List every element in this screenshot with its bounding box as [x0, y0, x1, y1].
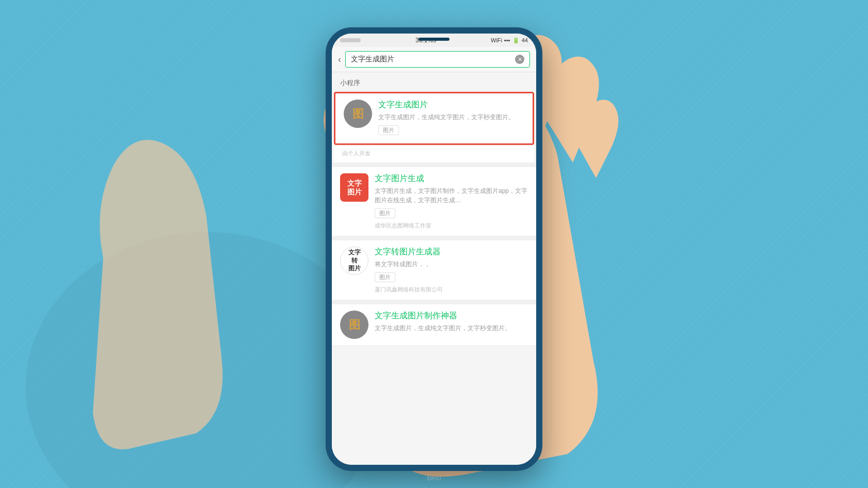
divider-1	[332, 163, 536, 167]
result-item-1[interactable]: 图 文字生成图片 文字生成图片，生成纯文字图片，文字秒变图片。 图片	[335, 93, 533, 143]
result-card-4[interactable]: 图 文字生成图片制作神器 文字生成图片，生成纯文字图片，文字秒变图片。	[332, 304, 536, 346]
item-by-label: 由个人开发	[342, 150, 371, 156]
battery-label: 🔋	[512, 37, 520, 44]
watermark: BRo	[427, 474, 441, 482]
result-card-2[interactable]: 文字 图片 文字图片生成 文字图片生成，文字图片制作，文字生成图片app，文字图…	[332, 167, 536, 236]
search-clear-button[interactable]: ✕	[515, 55, 524, 64]
search-query: 文字生成图片	[351, 55, 394, 64]
result-card-3[interactable]: 文字 转 图片 文字转图片生成器 将文字转成图片，， 图片 厦门讯鑫网络科技有限…	[332, 240, 536, 300]
item-title-1: 文字生成图片	[378, 100, 524, 110]
item-tag-3: 图片	[375, 272, 395, 282]
item-author-3: 厦门讯鑫网络科技有限公司	[375, 286, 528, 294]
item-desc-3: 将文字转成图片，，	[375, 259, 528, 269]
item-author-2: 成华区志图网络工作室	[375, 222, 528, 230]
app-icon-2: 文字 图片	[340, 173, 368, 202]
item-desc-1: 文字生成图片，生成纯文字图片，文字秒变图片。	[378, 112, 524, 122]
phone-speaker	[419, 38, 449, 41]
back-button[interactable]: ‹	[338, 54, 341, 65]
status-right: WiFi ▪▪▪ 🔋 44	[491, 37, 528, 44]
section-header: 小程序	[332, 72, 536, 91]
wifi-icon: WiFi	[491, 37, 502, 43]
result-author-area-1: 由个人开发	[334, 146, 534, 163]
item-content-2: 文字图片生成 文字图片生成，文字图片制作，文字生成图片app，文字图片在线生成，…	[375, 173, 528, 230]
app-icon-3: 文字 转 图片	[340, 247, 368, 275]
divider-2	[332, 236, 536, 240]
app-indicator	[340, 38, 361, 42]
result-item-4[interactable]: 图 文字生成图片制作神器 文字生成图片，生成纯文字图片，文字秒变图片。	[332, 304, 536, 345]
battery-value: 44	[522, 37, 528, 43]
item-tag-1: 图片	[378, 125, 399, 135]
result-card-1[interactable]: 图 文字生成图片 文字生成图片，生成纯文字图片，文字秒变图片。 图片	[334, 92, 534, 145]
app-icon-4: 图	[340, 311, 368, 339]
item-content-1: 文字生成图片 文字生成图片，生成纯文字图片，文字秒变图片。 图片	[378, 100, 524, 137]
divider-3	[332, 300, 536, 304]
item-content-3: 文字转图片生成器 将文字转成图片，， 图片 厦门讯鑫网络科技有限公司	[375, 247, 528, 294]
phone-mockup: 36.1%s WiFi ▪▪▪ 🔋 44 ‹ 文字生成图片 ✕ 小程序	[326, 27, 542, 471]
item-tag-2: 图片	[375, 208, 395, 218]
content-area: 小程序 图 文字生成图片 文字生成图片，生成纯文字图片，文字秒变图片。 图片 由…	[332, 72, 536, 465]
item-content-4: 文字生成图片制作神器 文字生成图片，生成纯文字图片，文字秒变图片。	[375, 311, 528, 336]
result-item-3[interactable]: 文字 转 图片 文字转图片生成器 将文字转成图片，， 图片 厦门讯鑫网络科技有限…	[332, 240, 536, 300]
app-icon-1: 图	[344, 100, 372, 128]
result-item-2[interactable]: 文字 图片 文字图片生成 文字图片生成，文字图片制作，文字生成图片app，文字图…	[332, 167, 536, 236]
phone-frame: 36.1%s WiFi ▪▪▪ 🔋 44 ‹ 文字生成图片 ✕ 小程序	[326, 27, 542, 471]
phone-screen: 36.1%s WiFi ▪▪▪ 🔋 44 ‹ 文字生成图片 ✕ 小程序	[332, 34, 536, 465]
item-title-2: 文字图片生成	[375, 173, 528, 184]
item-desc-4: 文字生成图片，生成纯文字图片，文字秒变图片。	[375, 323, 528, 333]
item-title-4: 文字生成图片制作神器	[375, 311, 528, 321]
item-desc-2: 文字图片生成，文字图片制作，文字生成图片app，文字图片在线生成，文字图片生成…	[375, 186, 528, 205]
search-input-box[interactable]: 文字生成图片 ✕	[345, 51, 530, 68]
status-left	[340, 38, 361, 42]
search-bar: ‹ 文字生成图片 ✕	[332, 47, 536, 72]
item-title-3: 文字转图片生成器	[375, 247, 528, 257]
signal-icon: ▪▪▪	[504, 37, 510, 43]
